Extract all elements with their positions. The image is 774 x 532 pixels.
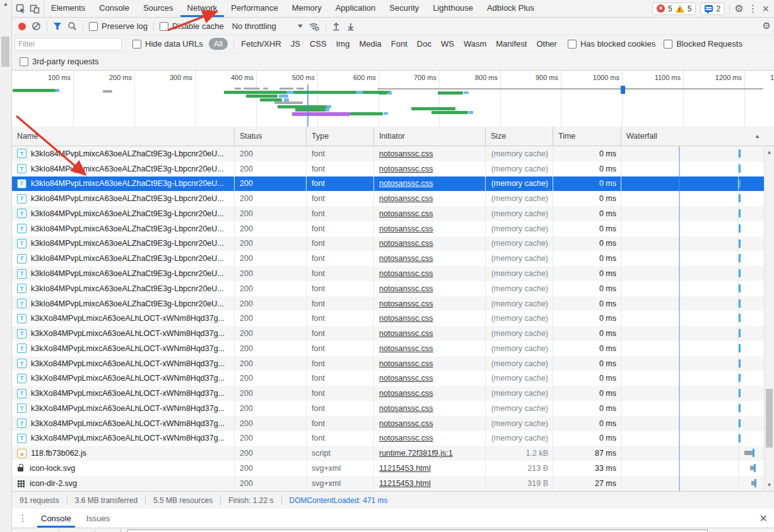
scrollbar-thumb[interactable] [766,389,773,448]
scrollbar-thumb[interactable] [1,37,9,67]
column-header-time[interactable]: Time [553,127,621,146]
table-row[interactable]: Tk3kXo84MPvpLmixcA63oeALhLOCT-xWNm8Hqd37… [12,326,774,341]
drawer-close-icon[interactable]: ✕ [759,512,774,524]
table-row[interactable]: icon-dir-2.svg200svg+xml11215453.html319… [12,476,774,491]
filter-input[interactable] [15,38,122,50]
console-filter-input-clipped[interactable] [127,529,708,532]
table-row[interactable]: Tk3kIo84MPvpLmixcA63oeALZhaCt9E3g-Lbpcnr… [12,296,774,311]
table-row[interactable]: Tk3kIo84MPvpLmixcA63oeALZhaCt9E3g-Lbpcnr… [12,146,774,161]
table-row[interactable]: Tk3kIo84MPvpLmixcA63oeALZhaCt9E3g-Lbpcnr… [12,221,774,236]
initiator-link[interactable]: notosanssc.css [379,194,433,203]
filter-chip-font[interactable]: Font [390,38,409,50]
tab-performance[interactable]: Performance [224,0,284,17]
drawer-tab-console[interactable]: Console [33,509,79,528]
table-row[interactable]: 118.fb73b062.js200scriptruntime.72f381f9… [12,446,774,461]
table-row[interactable]: icon-lock.svg200svg+xml11215453.html213 … [12,461,774,476]
throttling-select[interactable]: No throttling [232,21,303,31]
page-left-scrollbar[interactable]: ▲ [0,0,12,532]
kebab-menu-icon[interactable]: ⋮ [748,4,758,14]
initiator-link[interactable]: notosanssc.css [379,404,433,413]
device-toolbar-icon[interactable] [30,4,40,14]
initiator-link[interactable]: notosanssc.css [379,269,433,278]
column-header-size[interactable]: Size [486,127,553,146]
checkbox-icon[interactable] [568,40,577,49]
initiator-link[interactable]: notosanssc.css [379,434,433,442]
clear-button[interactable] [32,21,41,31]
initiator-link[interactable]: notosanssc.css [379,239,433,248]
table-row[interactable]: Tk3kXo84MPvpLmixcA63oeALhLOCT-xWNm8Hqd37… [12,386,774,401]
initiator-link[interactable]: notosanssc.css [379,329,433,338]
drawer-tab-issues[interactable]: Issues [79,509,118,528]
tab-console[interactable]: Console [92,0,136,17]
table-row[interactable]: Tk3kIo84MPvpLmixcA63oeALZhaCt9E3g-Lbpcnr… [12,236,774,252]
initiator-link[interactable]: notosanssc.css [379,284,433,293]
filter-chip-fetchxhr[interactable]: Fetch/XHR [240,38,283,50]
table-row[interactable]: Tk3kXo84MPvpLmixcA63oeALhLOCT-xWNm8Hqd37… [12,311,774,326]
filter-chip-wasm[interactable]: Wasm [462,38,488,50]
third-party-checkbox[interactable]: 3rd-party requests [20,57,99,66]
tab-elements[interactable]: Elements [44,0,92,17]
initiator-link[interactable]: 11215453.html [379,479,431,488]
table-row[interactable]: Tk3kIo84MPvpLmixcA63oeALZhaCt9E3g-Lbpcnr… [12,191,774,206]
column-header-name[interactable]: Name [12,127,235,146]
column-header-type[interactable]: Type [307,127,374,146]
tab-network[interactable]: Network [180,0,225,17]
drawer-kebab-menu-icon[interactable]: ⋮ [12,513,33,523]
table-row[interactable]: Tk3kIo84MPvpLmixcA63oeALZhaCt9E3g-Lbpcnr… [12,266,774,281]
initiator-link[interactable]: notosanssc.css [379,209,433,218]
scroll-down-icon[interactable]: ▼ [765,482,774,488]
table-row[interactable]: Tk3kXo84MPvpLmixcA63oeALhLOCT-xWNm8Hqd37… [12,356,774,371]
tab-memory[interactable]: Memory [285,0,329,17]
filter-chip-doc[interactable]: Doc [416,38,433,50]
initiator-link[interactable]: notosanssc.css [379,165,433,173]
filter-chip-media[interactable]: Media [358,38,382,50]
table-row[interactable]: Tk3kIo84MPvpLmixcA63oeALZhaCt9E3g-Lbpcnr… [12,206,774,221]
messages-counter[interactable]: 2 [700,3,725,15]
filter-chip-all[interactable]: All [209,38,228,50]
scroll-up-icon[interactable]: ▲ [0,1,11,7]
checkbox-icon[interactable] [20,57,28,66]
network-overview-timeline[interactable]: 100 ms200 ms300 ms400 ms500 ms600 ms700 … [12,71,774,127]
column-header-waterfall[interactable]: Waterfall▲ [621,127,774,146]
filter-chip-other[interactable]: Other [535,38,558,50]
export-har-icon[interactable] [346,21,355,31]
settings-gear-icon[interactable]: ⚙ [734,4,743,14]
scroll-up-icon[interactable]: ▲ [765,149,774,155]
initiator-link[interactable]: notosanssc.css [379,299,433,308]
filter-chip-ws[interactable]: WS [440,38,455,50]
table-row[interactable]: Tk3kXo84MPvpLmixcA63oeALhLOCT-xWNm8Hqd37… [12,401,774,416]
table-row[interactable]: Tk3kIo84MPvpLmixcA63oeALZhaCt9E3g-Lbpcnr… [12,176,774,192]
table-row[interactable]: Tk3kIo84MPvpLmixcA63oeALZhaCt9E3g-Lbpcnr… [12,251,774,266]
inspect-element-icon[interactable] [16,4,26,14]
initiator-link[interactable]: notosanssc.css [379,254,433,263]
filter-chip-img[interactable]: Img [335,38,351,50]
checkbox-icon[interactable] [89,22,98,31]
filter-chip-css[interactable]: CSS [308,38,328,50]
initiator-link[interactable]: notosanssc.css [379,179,433,188]
issues-counter[interactable]: ✕ 5 ! 5 [652,3,696,15]
close-devtools-icon[interactable]: × [762,3,769,14]
initiator-link[interactable]: notosanssc.css [379,359,433,368]
import-har-icon[interactable] [332,21,341,31]
initiator-link[interactable]: notosanssc.css [379,419,433,428]
tab-adblock-plus[interactable]: Adblock Plus [480,0,541,17]
table-row[interactable]: Tk3kXo84MPvpLmixcA63oeALhLOCT-xWNm8Hqd37… [12,416,774,431]
tab-application[interactable]: Application [329,0,383,17]
initiator-link[interactable]: 11215453.html [379,464,431,473]
checkbox-icon[interactable] [132,40,141,49]
tab-security[interactable]: Security [382,0,426,17]
table-row[interactable]: Tk3kIo84MPvpLmixcA63oeALZhaCt9E3g-Lbpcnr… [12,281,774,296]
filter-chip-js[interactable]: JS [290,38,302,50]
initiator-link[interactable]: notosanssc.css [379,314,433,323]
network-conditions-icon[interactable] [308,21,320,31]
initiator-link[interactable]: notosanssc.css [379,224,433,233]
disable-cache-checkbox[interactable]: Disable cache [160,21,224,31]
network-settings-gear-icon[interactable]: ⚙ [763,20,771,32]
initiator-link[interactable]: runtime.72f381f9.js:1 [379,449,453,458]
initiator-link[interactable]: notosanssc.css [379,344,433,353]
initiator-link[interactable]: notosanssc.css [379,149,433,158]
initiator-link[interactable]: notosanssc.css [379,374,433,383]
filter-funnel-icon[interactable] [53,22,62,30]
table-row[interactable]: Tk3kXo84MPvpLmixcA63oeALhLOCT-xWNm8Hqd37… [12,431,774,446]
column-header-initiator[interactable]: Initiator [374,127,486,146]
